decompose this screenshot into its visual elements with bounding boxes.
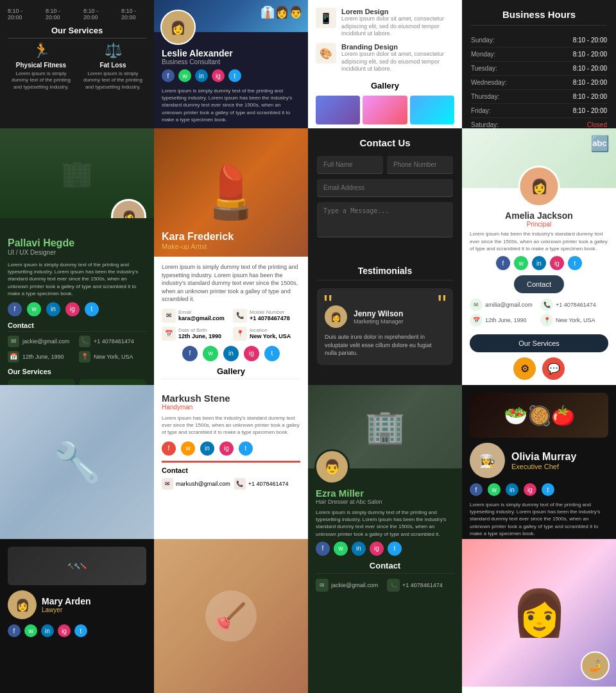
pallavi-socials[interactable]: f w in ig t: [8, 302, 146, 316]
tw-icon[interactable]: t: [85, 302, 99, 316]
amelia-wa[interactable]: w: [514, 256, 528, 270]
amelia-fb[interactable]: f: [496, 256, 510, 270]
olivia-fb[interactable]: f: [470, 483, 483, 496]
amelia-services-btn[interactable]: Our Services: [470, 334, 608, 352]
saturday-label: Saturday:: [471, 121, 499, 128]
amelia-ig[interactable]: ig: [550, 256, 564, 270]
avatar: 👩: [160, 10, 196, 45]
markush-tw[interactable]: t: [239, 441, 253, 456]
markush-gallery-card: 🪠: [154, 539, 308, 693]
mary-ig[interactable]: ig: [58, 624, 71, 637]
olivia-role: Executive Chef: [511, 463, 576, 470]
linkedin-icon[interactable]: in: [195, 69, 208, 82]
markush-fb[interactable]: f: [162, 441, 176, 456]
markush-email-row: ✉ markush@gmail.com: [162, 478, 230, 490]
lorem-design-row: 📱 Lorem Design Lorem ipsum dolor sit ame…: [316, 8, 454, 38]
time-4: 8:10 - 20:00: [121, 8, 146, 21]
branding-design-info: Branding Design Lorem ipsum dolor sit am…: [341, 43, 454, 73]
phone-input[interactable]: [387, 156, 453, 174]
ezra-phone-icon: 📞: [387, 579, 400, 592]
markush-phone-row: 📞 +1 4078461474: [234, 478, 300, 490]
mary-wa[interactable]: w: [24, 624, 37, 637]
contact-title: Contact Us: [317, 137, 453, 148]
olivia-tw[interactable]: t: [542, 483, 554, 496]
ezra-tw[interactable]: t: [388, 542, 402, 556]
testimonials-title: Testimonials: [317, 266, 453, 280]
facebook-icon[interactable]: f: [162, 69, 175, 82]
mary-li[interactable]: in: [41, 624, 54, 637]
kara-li[interactable]: in: [223, 346, 239, 361]
kara-wa[interactable]: w: [203, 346, 218, 361]
social-links[interactable]: f w in ig t: [162, 69, 300, 82]
amy-photo: 👩 🤳: [462, 539, 616, 687]
wednesday-label: Wednesday:: [471, 79, 506, 86]
kara-location-label: location: [250, 327, 291, 333]
kara-phone-icon: 📞: [233, 309, 247, 323]
kara-ig[interactable]: ig: [244, 346, 259, 361]
markush-ig[interactable]: ig: [219, 441, 234, 456]
ig-icon[interactable]: ig: [65, 302, 80, 316]
kara-email-row: ✉ Email kara@gmail.com: [162, 309, 229, 323]
kara-location-row: 📍 location New York, USA: [233, 327, 300, 341]
ezra-li[interactable]: in: [352, 542, 366, 556]
olivia-wa[interactable]: w: [488, 483, 501, 496]
mary-socials[interactable]: f w in ig t: [8, 624, 146, 637]
amelia-socials[interactable]: f w in ig t: [470, 256, 608, 270]
ezra-socials[interactable]: f w in ig t: [316, 542, 454, 556]
fb-icon[interactable]: f: [8, 302, 22, 316]
testimonials-card: Testimonials " " 👩 Jenny Wilson Marketin…: [308, 257, 462, 385]
olivia-card: 🥗🥘🍅 👩‍🍳 Olivia Murray Executive Chef f w…: [462, 385, 616, 539]
twitter-icon[interactable]: t: [228, 69, 241, 82]
email-icon: ✉: [8, 336, 19, 347]
amelia-role: Principal: [470, 221, 608, 228]
kara-name-overlay: Kara Frederick Make-up Artist: [162, 231, 234, 250]
amelia-date-val: 12th June, 1990: [485, 317, 527, 323]
email-input[interactable]: [317, 179, 453, 197]
fullname-input[interactable]: [317, 156, 383, 174]
kara-tw[interactable]: t: [264, 346, 280, 361]
amelia-date-detail: 📅 12th June, 1990: [470, 314, 538, 327]
pallavi-phone-val: +1 4078461474: [94, 338, 134, 345]
ezra-info: Ezra Miller Hair Dresser at Abc Salon Lo…: [308, 468, 462, 597]
kara-role: Make-up Artist: [162, 243, 234, 250]
our-services-title: Our Services: [8, 26, 146, 38]
ezra-ig[interactable]: ig: [370, 542, 384, 556]
amelia-li[interactable]: in: [532, 256, 546, 270]
ezra-fb[interactable]: f: [316, 542, 330, 556]
kara-email-info: Email kara@gmail.com: [178, 309, 225, 321]
markush-socials[interactable]: f w in ig t: [162, 441, 300, 456]
ezra-wa[interactable]: w: [334, 542, 348, 556]
lorem-design-info: Lorem Design Lorem ipsum dolor sit amet,…: [341, 8, 454, 38]
phone-icon: 📞: [79, 336, 90, 347]
message-input[interactable]: [317, 202, 453, 237]
instagram-icon[interactable]: ig: [212, 69, 225, 82]
amelia-tw[interactable]: t: [568, 256, 582, 270]
mary-profile: 👩 Mary Arden Lawyer: [8, 590, 146, 619]
mary-tw[interactable]: t: [74, 624, 87, 637]
kara-card: 💄 Kara Frederick Make-up Artist Lorem ip…: [154, 128, 308, 385]
contact-name-phone[interactable]: [317, 156, 453, 179]
olivia-ig[interactable]: ig: [524, 483, 536, 496]
kara-fb[interactable]: f: [182, 346, 198, 361]
mary-avatar: 👩: [8, 590, 37, 619]
olivia-li[interactable]: in: [506, 483, 518, 496]
markush-wa[interactable]: w: [181, 441, 195, 456]
pallavi-phone: 📞 +1 4078461474: [79, 336, 146, 347]
kara-socials[interactable]: f w in ig t: [162, 346, 300, 361]
amelia-desc: Lorem ipsum has been the industry's stan…: [470, 230, 608, 252]
mary-fb[interactable]: f: [8, 624, 21, 637]
li-icon[interactable]: in: [46, 302, 60, 316]
amelia-contact-btn[interactable]: Contact: [514, 275, 564, 293]
kara-gallery-card: 🔧: [0, 385, 154, 539]
wa-icon[interactable]: w: [27, 302, 41, 316]
olivia-socials[interactable]: f w in ig t: [470, 483, 608, 496]
hours-card: Business Hours Sunday: 8:10 - 20:00 Mond…: [462, 0, 616, 128]
ezra-card: 🏢 👨 Ezra Miller Hair Dresser at Abc Salo…: [308, 385, 462, 693]
markush-li[interactable]: in: [200, 441, 214, 456]
kara-email-icon: ✉: [162, 309, 176, 323]
hours-title: Business Hours: [471, 9, 607, 26]
kara-location-info: location New York, USA: [250, 327, 291, 339]
pallavi-date-val: 12th June, 1990: [22, 354, 64, 360]
time-3: 8:10 - 20:00: [83, 8, 108, 21]
whatsapp-icon[interactable]: w: [178, 69, 191, 82]
